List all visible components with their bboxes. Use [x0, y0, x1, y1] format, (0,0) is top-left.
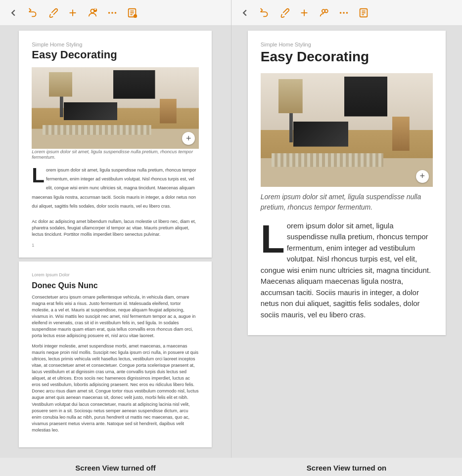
- more-button[interactable]: [105, 5, 120, 20]
- left-subtitle: Simple Home Styling: [32, 42, 199, 47]
- brush-button[interactable]: [46, 5, 60, 20]
- right-subtitle: Simple Home Styling: [261, 42, 433, 47]
- right-title: Easy Decorating: [261, 48, 433, 65]
- svg-point-7: [111, 12, 113, 14]
- left-section-title: Donec Quis Nunc: [32, 281, 199, 290]
- svg-text:✓: ✓: [134, 15, 137, 18]
- left-page2-header: Lorem Ipsum Dolor: [32, 272, 199, 277]
- right-room-image[interactable]: +: [261, 73, 433, 187]
- bottom-labels-container: Screen View turned off Screen View turne…: [0, 458, 462, 476]
- right-doc-area: Simple Home Styling Easy Decorating + Lo…: [231, 26, 462, 458]
- left-page-1: Simple Home Styling Easy Decorating + Lo…: [19, 31, 212, 258]
- left-page-number: 1: [32, 243, 199, 248]
- left-body-paragraph-2: Ac dolor ac adipiscing amet bibendum nul…: [32, 218, 199, 238]
- right-drop-cap: L: [261, 224, 285, 254]
- right-toolbar: [231, 0, 462, 26]
- right-brush-button[interactable]: [277, 5, 292, 20]
- right-share-button[interactable]: [317, 5, 331, 20]
- room-scene-left: [32, 67, 199, 149]
- add-button[interactable]: [65, 5, 80, 20]
- right-undo-button[interactable]: [257, 5, 272, 20]
- svg-point-6: [108, 12, 110, 14]
- right-panel: Simple Home Styling Easy Decorating + Lo…: [231, 0, 462, 458]
- left-panel: ✓ Simple Home Styling Easy Decorating + …: [0, 0, 231, 458]
- right-doc-list-button[interactable]: [356, 5, 371, 20]
- left-room-image[interactable]: +: [32, 67, 199, 149]
- svg-point-20: [343, 12, 345, 14]
- left-drop-cap: L: [32, 167, 45, 184]
- right-page-1: Simple Home Styling Easy Decorating + Lo…: [248, 31, 446, 335]
- back-button[interactable]: [6, 5, 21, 20]
- left-doc-area: Simple Home Styling Easy Decorating + Lo…: [0, 26, 231, 458]
- room-scene-right: [261, 73, 433, 187]
- right-back-button[interactable]: [237, 5, 252, 20]
- right-body-section: L orem ipsum dolor sit amet, ligula susp…: [261, 220, 433, 321]
- left-bottom-label: Screen View turned off: [0, 464, 231, 472]
- doc-list-button[interactable]: ✓: [125, 5, 139, 20]
- left-page2-body-1: Consectetuer arcu ipsum ornare pellentes…: [32, 294, 199, 339]
- left-page-2: Lorem Ipsum Dolor Donec Quis Nunc Consec…: [19, 261, 212, 447]
- left-image-caption: Lorem ipsum dolor sit amet, ligula suspe…: [32, 149, 199, 160]
- right-add-button[interactable]: [297, 5, 312, 20]
- right-image-caption: Lorem ipsum dolor sit amet, ligula suspe…: [261, 192, 433, 213]
- left-title: Easy Decorating: [32, 48, 199, 61]
- share-button[interactable]: [85, 5, 100, 20]
- right-more-button[interactable]: [336, 5, 351, 20]
- left-page2-body-2: Morbi integer molestie, amet suspendisse…: [32, 343, 199, 433]
- svg-point-21: [346, 12, 348, 14]
- svg-point-8: [115, 12, 117, 14]
- left-body-text-1: orem ipsum dolor sit amet, ligula suspen…: [32, 168, 196, 208]
- right-body-text: orem ipsum dolor sit amet, ligula suspen…: [261, 221, 431, 319]
- svg-point-19: [339, 12, 341, 14]
- left-body-section: L orem ipsum dolor sit amet, ligula susp…: [32, 165, 199, 209]
- image-add-button-right[interactable]: +: [416, 170, 429, 183]
- right-bottom-label: Screen View turned on: [231, 464, 462, 472]
- left-toolbar: ✓: [0, 0, 231, 26]
- undo-button[interactable]: [26, 5, 41, 20]
